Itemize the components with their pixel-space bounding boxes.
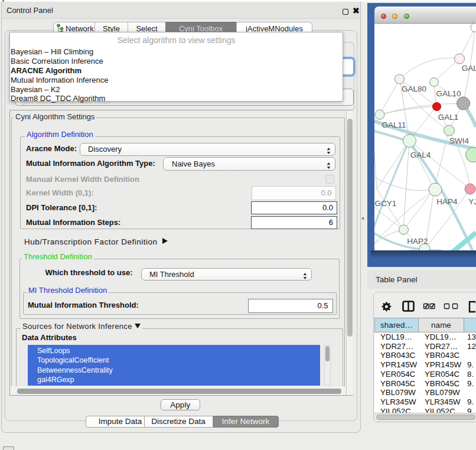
svg-text:YJL: YJL bbox=[468, 197, 476, 206]
svg-text:HAP4: HAP4 bbox=[436, 197, 458, 206]
svg-text:GAL1: GAL1 bbox=[438, 113, 459, 122]
svg-text:GAL11: GAL11 bbox=[382, 120, 406, 129]
svg-text:GAL7: GAL7 bbox=[462, 64, 476, 73]
svg-text:SWI4: SWI4 bbox=[449, 136, 469, 145]
svg-text:GAL4: GAL4 bbox=[410, 151, 431, 159]
svg-text:GCY1: GCY1 bbox=[375, 199, 397, 208]
svg-text:GAL80: GAL80 bbox=[402, 84, 426, 93]
svg-text:GAL10: GAL10 bbox=[436, 89, 461, 98]
svg-text:HAP2: HAP2 bbox=[407, 237, 428, 246]
